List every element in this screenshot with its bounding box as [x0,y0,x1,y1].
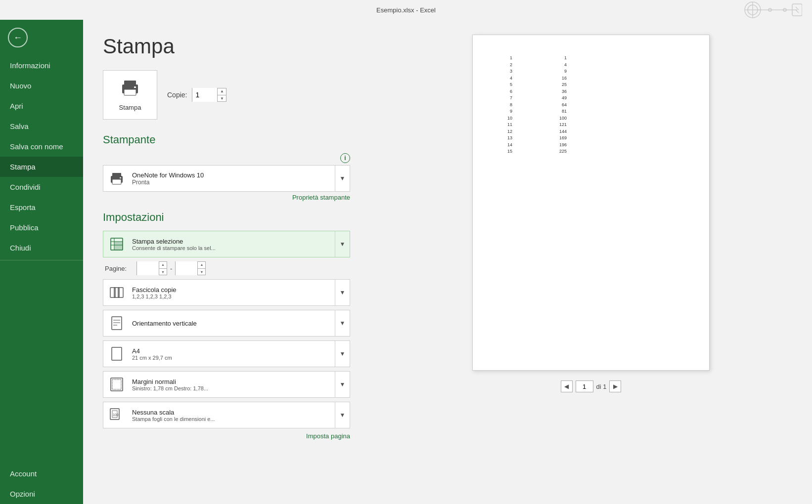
preview-data-row: 11121 [488,122,694,128]
paper-size-text: A4 21 cm x 29,7 cm [130,347,335,361]
preview-col1: 6 [488,88,512,95]
paper-size-dropdown-arrow[interactable]: ▼ [335,340,350,367]
preview-col2: 144 [542,128,567,135]
print-selection-text: Stampa selezione Consente di stampare so… [130,238,335,251]
preview-data-row: 39 [488,68,694,75]
copies-increment[interactable]: ▲ [218,88,226,95]
copies-spinner: ▲ ▼ [192,88,226,102]
svg-rect-11 [124,81,136,85]
print-panel: Stampa Stampa Copie: [83,20,370,504]
back-arrow-icon: ← [13,33,22,43]
settings-section: Impostazioni Stampa selezione [103,211,350,440]
sidebar-item-condividi[interactable]: Condividi [0,177,83,197]
svg-rect-17 [120,177,121,178]
preview-col1: 5 [488,82,512,88]
next-page-button[interactable]: ▶ [609,380,621,392]
paper-size-dropdown[interactable]: A4 21 cm x 29,7 cm ▼ [103,340,350,367]
setup-page-link[interactable]: Imposta pagina [306,432,350,440]
scale-dropdown[interactable]: 100 Nessuna scala Stampa fogli con le di… [103,402,350,428]
orientation-dropdown-arrow[interactable]: ▼ [335,310,350,336]
sidebar-item-account[interactable]: Account [0,463,83,484]
collate-text: Fascicola copie 1,2,3 1,2,3 1,2,3 [130,286,335,299]
preview-col2: 196 [542,142,567,149]
orientation-dropdown[interactable]: Orientamento verticale ▼ [103,310,350,336]
scale-main: Nessuna scala [132,409,333,416]
back-button[interactable]: ← [4,24,32,51]
preview-data-row: 416 [488,75,694,82]
preview-col2: 1 [542,55,567,62]
preview-data-row: 749 [488,95,694,102]
margins-dropdown[interactable]: Margini normali Sinistro: 1,78 cm Destro… [103,371,350,398]
title-bar: Esempio.xlsx - Excel [0,0,812,20]
copies-spinner-arrows: ▲ ▼ [217,88,226,102]
print-button[interactable]: Stampa [103,70,157,120]
preview-col1: 4 [488,75,512,82]
preview-data-row: 864 [488,102,694,109]
preview-col1: 14 [488,142,512,149]
page-from-decrement[interactable]: ▼ [159,269,167,276]
page-dash: - [170,265,172,272]
sidebar-item-pubblica[interactable]: Pubblica [0,217,83,238]
sidebar-item-chiudi[interactable]: Chiudi [0,238,83,258]
printer-select-dropdown[interactable]: OneNote for Windows 10 Pronta ▼ [103,165,350,192]
collate-dropdown[interactable]: Fascicola copie 1,2,3 1,2,3 1,2,3 ▼ [103,279,350,306]
copies-input[interactable] [192,88,217,102]
sidebar-divider [0,260,83,260]
prev-page-button[interactable]: ◀ [561,380,573,392]
page-to-decrement[interactable]: ▼ [198,269,205,276]
preview-data-row: 10100 [488,115,694,122]
printer-dropdown-arrow[interactable]: ▼ [335,165,350,192]
scale-dropdown-arrow[interactable]: ▼ [335,402,350,428]
svg-rect-26 [112,317,122,330]
preview-page: 1124394165256367498649811010011121121441… [472,35,710,371]
printer-section: Stampante i OneNote for Windows [103,133,350,201]
print-selection-dropdown[interactable]: Stampa selezione Consente di stampare so… [103,231,350,257]
margins-icon [103,371,130,398]
preview-col1: 10 [488,115,512,122]
sidebar-item-salva[interactable]: Salva [0,116,83,136]
preview-data-row: 12144 [488,128,694,135]
svg-line-8 [796,7,799,10]
print-selection-sub: Consente di stampare solo la sel... [132,245,333,251]
content-area: Stampa Stampa Copie: [83,20,812,504]
preview-data-row: 13169 [488,135,694,142]
printer-device-icon [103,165,130,192]
sidebar-item-salva-con-nome[interactable]: Salva con nome [0,136,83,157]
preview-col1: 1 [488,55,512,62]
sidebar-item-apri[interactable]: Apri [0,96,83,116]
current-page-input[interactable] [576,380,593,392]
preview-data-row: 525 [488,82,694,88]
preview-col2: 169 [542,135,567,142]
printer-status: Pronta [132,179,333,186]
page-to-increment[interactable]: ▲ [198,261,205,269]
page-total: di 1 [596,383,607,390]
print-selection-dropdown-arrow[interactable]: ▼ [335,231,350,257]
margins-dropdown-arrow[interactable]: ▼ [335,371,350,398]
sidebar: ← Informazioni Nuovo Apri Salva Salva co… [0,20,83,504]
info-icon[interactable]: i [340,153,350,163]
svg-rect-16 [112,179,121,184]
sidebar-item-stampa[interactable]: Stampa [0,157,83,177]
printer-info: OneNote for Windows 10 Pronta [130,171,335,186]
preview-data-row: 15225 [488,148,694,155]
preview-data-row: 14196 [488,142,694,149]
page-from-input[interactable] [137,261,159,275]
info-icon-row: i [103,153,350,163]
sidebar-item-nuovo[interactable]: Nuovo [0,76,83,96]
sidebar-item-informazioni[interactable]: Informazioni [0,55,83,76]
copies-label: Copie: [167,91,187,99]
printer-properties-link[interactable]: Proprietà stampante [103,194,350,201]
margins-main: Margini normali [132,378,333,385]
svg-rect-13 [134,86,136,88]
page-from-increment[interactable]: ▲ [159,261,167,269]
page-navigation: ◀ di 1 ▶ [561,380,622,392]
copies-decrement[interactable]: ▼ [218,95,226,102]
page-from-spinner: ▲ ▼ [136,261,167,275]
sidebar-item-esporta[interactable]: Esporta [0,197,83,217]
scale-icon: 100 [103,402,130,428]
sidebar-item-opzioni[interactable]: Opzioni [0,484,83,504]
collate-dropdown-arrow[interactable]: ▼ [335,279,350,306]
back-circle-icon: ← [8,28,28,47]
svg-line-9 [796,10,799,13]
page-to-input[interactable] [176,261,197,275]
